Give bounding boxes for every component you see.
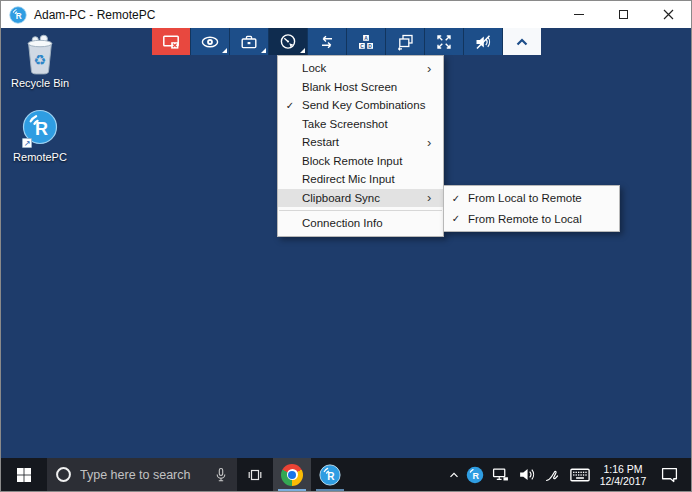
action-center-icon [661,466,678,483]
fullscreen-button[interactable] [425,28,463,55]
svg-text:R: R [327,470,335,481]
remotepc-logo-icon: R [9,6,27,24]
clipboard-sync-submenu: ✓ From Local to Remote ✓ From Remote to … [443,185,620,232]
performance-gauge-icon [278,32,298,52]
check-icon: ✓ [444,213,468,224]
taskbar-app-remotepc[interactable]: R [311,458,349,491]
menu-item-clipboard-sync[interactable]: Clipboard Sync › [278,189,443,208]
chevron-up-icon [512,32,532,52]
tray-remotepc-button[interactable]: R [463,458,487,491]
menu-item-label: Block Remote Input [302,155,427,167]
taskbar: R R [1,458,691,491]
menu-item-label: Send Key Combinations [302,99,427,111]
menu-item-lock[interactable]: Lock › [278,59,443,78]
session-toolbar: A C D [152,28,541,55]
running-app-indicator [278,489,306,491]
action-center-button[interactable] [651,458,687,491]
utilities-button[interactable] [230,28,268,55]
clock-date: 12/4/2017 [600,475,647,487]
audio-mute-button[interactable] [464,28,502,55]
menu-item-send-key-combinations[interactable]: ✓ Send Key Combinations [278,96,443,115]
cortana-icon [55,466,72,483]
taskbar-search-box[interactable] [47,458,237,491]
menu-item-restart[interactable]: Restart › [278,133,443,152]
tray-touch-keyboard-button[interactable] [565,458,595,491]
task-view-icon [247,467,263,483]
submenu-item-from-remote-to-local[interactable]: ✓ From Remote to Local [444,209,619,230]
menu-item-label: Lock [302,62,427,74]
maximize-icon [619,10,628,19]
search-input[interactable] [80,468,205,482]
menu-item-take-screenshot[interactable]: Take Screenshot [278,115,443,134]
tray-windows-ink-button[interactable] [539,458,565,491]
check-icon: ✓ [444,193,468,204]
taskbar-app-chrome[interactable] [273,458,311,491]
menu-item-label: Redirect Mic Input [302,173,427,185]
windows-logo-icon [16,467,32,483]
title-bar: R Adam-PC - RemotePC [1,1,691,28]
switch-screen-button[interactable] [386,28,424,55]
window-title: Adam-PC - RemotePC [34,8,556,22]
recycle-bin-icon: ♻ [21,33,59,75]
transfer-arrows-icon [317,32,337,52]
tray-clock[interactable]: 1:16 PM 12/4/2017 [595,458,651,491]
chrome-icon [281,464,303,486]
actions-menu-button[interactable] [269,28,307,55]
remotepc-taskbar-icon: R [319,464,341,486]
tray-network-button[interactable] [487,458,513,491]
start-button[interactable] [1,458,47,491]
file-transfer-button[interactable] [308,28,346,55]
hotkeys-button[interactable]: A C D [347,28,385,55]
tray-volume-button[interactable] [513,458,539,491]
svg-text:R: R [16,11,22,20]
menu-item-blank-host-screen[interactable]: Blank Host Screen [278,78,443,97]
chevron-up-icon [447,468,461,482]
speaker-icon [518,466,535,483]
speaker-muted-icon [473,32,493,52]
shortcut-arrow-icon: ↗ [22,138,32,148]
svg-text:R: R [35,119,48,139]
minimize-icon [574,14,584,15]
minimize-button[interactable] [556,1,601,28]
desktop-icon-remotepc[interactable]: R ↗ RemotePC [8,109,72,163]
fullscreen-arrows-icon [434,32,454,52]
running-app-indicator [316,489,344,491]
svg-text:R: R [473,471,480,481]
view-options-button[interactable] [191,28,229,55]
remotepc-tray-icon: R [466,466,484,484]
remote-session-window: R Adam-PC - RemotePC ♻ Recycle Bin [0,0,692,492]
network-icon [492,466,509,483]
collapse-toolbar-button[interactable] [503,28,541,55]
menu-item-connection-info[interactable]: Connection Info [278,214,443,233]
desktop-icon-label: RemotePC [8,151,72,163]
submenu-item-label: From Local to Remote [468,192,619,204]
pen-icon [544,467,560,483]
menu-item-label: Clipboard Sync [302,192,427,204]
key-blocks-icon: A C D [356,32,376,52]
menu-item-label: Take Screenshot [302,118,427,130]
svg-text:C: C [360,43,364,48]
menu-separator [279,210,442,211]
submenu-item-label: From Remote to Local [468,213,619,225]
check-icon: ✓ [278,100,302,111]
maximize-button[interactable] [601,1,646,28]
disconnect-button[interactable] [152,28,190,55]
keyboard-icon [570,468,590,482]
briefcase-icon [239,32,259,52]
submenu-arrow-icon: › [427,62,443,75]
menu-item-redirect-mic-input[interactable]: Redirect Mic Input [278,170,443,189]
task-view-button[interactable] [237,458,273,491]
cascade-windows-icon [395,32,415,52]
desktop-icon-recycle-bin[interactable]: ♻ Recycle Bin [8,33,72,89]
actions-dropdown-menu: Lock › Blank Host Screen ✓ Send Key Comb… [277,55,444,237]
close-button[interactable] [646,1,691,28]
tray-overflow-button[interactable] [445,458,463,491]
svg-text:A: A [364,35,368,40]
menu-item-block-remote-input[interactable]: Block Remote Input [278,152,443,171]
microphone-icon[interactable] [213,467,229,483]
disconnect-monitor-icon [161,32,181,52]
remote-desktop-wallpaper: ♻ Recycle Bin R ↗ RemotePC [1,28,691,458]
svg-text:♻: ♻ [34,52,47,68]
menu-item-label: Connection Info [302,217,427,229]
submenu-item-from-local-to-remote[interactable]: ✓ From Local to Remote [444,188,619,209]
